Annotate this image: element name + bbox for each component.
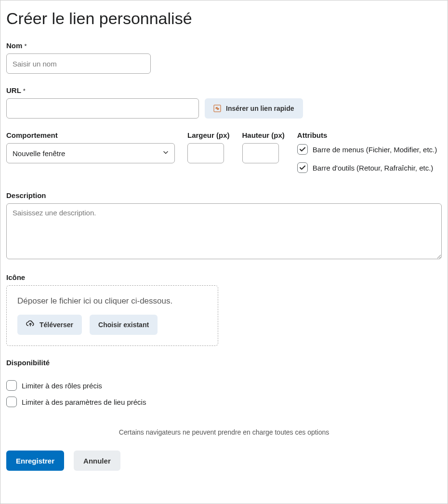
limit-locations-checkbox[interactable]: [6, 397, 17, 407]
browser-support-note: Certains navigateurs ne peuvent prendre …: [6, 428, 442, 436]
url-label: URL *: [6, 86, 442, 94]
icon-label: Icône: [6, 273, 442, 281]
upload-icon: [26, 320, 35, 330]
width-input[interactable]: [187, 143, 224, 163]
choose-existing-label: Choisir existant: [98, 321, 149, 329]
name-label: Nom *: [6, 41, 442, 50]
quicklink-icon: [213, 105, 221, 112]
choose-existing-button[interactable]: Choisir existant: [90, 315, 158, 335]
page-title: Créer le lien personnalisé: [6, 9, 442, 28]
attribute-toolbar-label[interactable]: Barre d'outils (Retour, Rafraîchir, etc.…: [313, 164, 433, 172]
width-label: Largeur (px): [187, 131, 230, 139]
description-label: Description: [6, 191, 442, 199]
height-input[interactable]: [242, 143, 279, 163]
name-input[interactable]: [6, 53, 151, 74]
behavior-selected-value: Nouvelle fenêtre: [13, 149, 65, 158]
limit-roles-checkbox[interactable]: [6, 380, 17, 391]
insert-quicklink-label: Insérer un lien rapide: [226, 105, 294, 112]
url-input[interactable]: [6, 98, 199, 119]
insert-quicklink-button[interactable]: Insérer un lien rapide: [205, 98, 303, 119]
attributes-label: Attributs: [297, 131, 442, 139]
limit-roles-label[interactable]: Limiter à des rôles précis: [22, 382, 102, 390]
name-label-text: Nom: [6, 41, 22, 50]
url-label-text: URL: [6, 86, 21, 94]
behavior-select[interactable]: Nouvelle fenêtre: [6, 143, 175, 163]
availability-label: Disponibilité: [6, 358, 442, 367]
attribute-toolbar-checkbox[interactable]: [297, 162, 308, 173]
cancel-button[interactable]: Annuler: [74, 451, 120, 471]
icon-dropzone-text: Déposer le fichier ici ou cliquer ci-des…: [17, 296, 207, 306]
limit-locations-label[interactable]: Limiter à des paramètres de lieu précis: [22, 398, 146, 406]
cancel-button-label: Annuler: [83, 457, 111, 465]
upload-button-label: Téléverser: [40, 321, 73, 329]
icon-dropzone[interactable]: Déposer le fichier ici ou cliquer ci-des…: [6, 285, 218, 346]
url-required-mark: *: [23, 87, 26, 94]
upload-button[interactable]: Téléverser: [17, 315, 82, 335]
behavior-label: Comportement: [6, 131, 175, 139]
attribute-menubar-checkbox[interactable]: [297, 144, 308, 155]
save-button-label: Enregistrer: [16, 457, 54, 465]
height-label: Hauteur (px): [242, 131, 285, 139]
attribute-menubar-label[interactable]: Barre de menus (Fichier, Modifier, etc.): [313, 146, 437, 154]
description-textarea[interactable]: [6, 203, 442, 259]
save-button[interactable]: Enregistrer: [6, 451, 64, 471]
name-required-mark: *: [25, 42, 27, 50]
